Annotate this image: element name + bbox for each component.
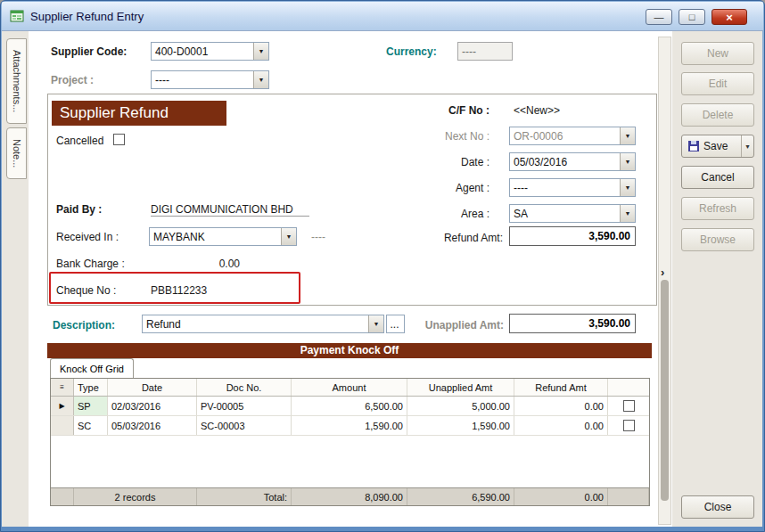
supplier-code-label: Supplier Code: (51, 45, 127, 58)
cell-type[interactable]: SC (74, 416, 108, 435)
description-value: Refund (143, 315, 368, 332)
area-combobox[interactable]: SA ▼ (509, 204, 636, 223)
close-button[interactable]: Close (681, 495, 754, 519)
payment-knock-off-header: Payment Knock Off (47, 343, 652, 358)
next-no-dropdown-icon[interactable]: ▼ (620, 127, 635, 144)
col-type[interactable]: Type (74, 379, 108, 396)
date-dropdown-icon[interactable]: ▼ (620, 153, 635, 170)
cell-date[interactable]: 02/03/2016 (108, 397, 197, 415)
save-button[interactable]: Save ▼ (681, 135, 754, 158)
cell-type[interactable]: SP (74, 397, 108, 415)
area-dropdown-icon[interactable]: ▼ (620, 205, 635, 222)
grid-row-2[interactable]: SC 05/03/2016 SC-00003 1,590.00 1,590.00… (51, 416, 649, 436)
bank-charge-value[interactable]: 0.00 (151, 258, 240, 270)
cf-no-label: C/F No : (405, 104, 489, 117)
unapplied-amt-field: 3,590.00 (509, 314, 636, 333)
date-label: Date : (405, 156, 489, 168)
refund-amt-field[interactable]: 3,590.00 (509, 226, 636, 246)
supplier-code-value: 400-D0001 (152, 43, 253, 60)
col-select (608, 379, 649, 396)
agent-value: ---- (510, 179, 620, 196)
ellipsis-icon: ... (387, 315, 404, 332)
agent-dropdown-icon[interactable]: ▼ (620, 179, 635, 196)
grid-row-1[interactable]: ▶ SP 02/03/2016 PV-00005 6,500.00 5,000.… (51, 397, 649, 416)
agent-label: Agent : (405, 182, 489, 194)
cell-unapplied[interactable]: 1,590.00 (407, 416, 514, 435)
row-2-checkbox[interactable] (623, 420, 635, 431)
cell-date[interactable]: 05/03/2016 (108, 416, 197, 435)
tab-knock-off-grid[interactable]: Knock Off Grid (50, 358, 134, 378)
cheque-no-value[interactable]: PBB112233 (151, 284, 207, 297)
browse-button[interactable]: Browse (681, 228, 754, 251)
row-1-checkbox[interactable] (623, 400, 635, 412)
project-value: ---- (152, 71, 253, 88)
delete-button[interactable]: Delete (681, 103, 754, 127)
knock-off-grid: ≡ Type Date Doc No. Amount Unapplied Amt… (50, 378, 650, 506)
supplier-code-dropdown-icon[interactable]: ▼ (253, 43, 268, 60)
supplier-code-combobox[interactable]: 400-D0001 ▼ (151, 42, 269, 61)
grid-header-row: ≡ Type Date Doc No. Amount Unapplied Amt… (51, 379, 649, 397)
project-dropdown-icon[interactable]: ▼ (253, 71, 268, 88)
project-combobox[interactable]: ---- ▼ (151, 70, 269, 89)
date-value: 05/03/2016 (510, 153, 620, 170)
cell-doc-no[interactable]: SC-00003 (197, 416, 292, 435)
record-count: 2 records (74, 488, 197, 505)
collapse-chevron-icon[interactable]: › (661, 266, 664, 279)
close-window-button[interactable]: × (712, 9, 747, 25)
new-button[interactable]: New (681, 42, 754, 65)
grid-menu-icon[interactable]: ≡ (51, 379, 74, 396)
scrollbar-thumb[interactable] (661, 280, 669, 501)
project-label: Project : (51, 74, 94, 86)
area-label: Area : (405, 208, 489, 220)
vertical-scrollbar[interactable]: › (658, 37, 671, 525)
col-amount[interactable]: Amount (292, 379, 407, 396)
supplier-refund-banner: Supplier Refund (52, 101, 226, 126)
total-amount: 8,090.00 (292, 488, 407, 505)
cheque-no-label: Cheque No : (56, 284, 116, 297)
next-no-label: Next No : (405, 130, 489, 143)
cancel-button[interactable]: Cancel (681, 166, 754, 189)
save-label: Save (703, 140, 728, 152)
cancelled-checkbox[interactable] (113, 134, 125, 145)
save-icon (688, 141, 699, 151)
date-combobox[interactable]: 05/03/2016 ▼ (509, 152, 636, 171)
save-dropdown-button[interactable]: ▼ (741, 135, 753, 157)
total-label: Total: (197, 488, 292, 505)
cell-refund[interactable]: 0.00 (514, 416, 608, 435)
minimize-button[interactable]: — (646, 9, 672, 25)
cell-amount[interactable]: 6,500.00 (292, 397, 407, 415)
tab-attachments[interactable]: Attachments... (6, 38, 27, 124)
cell-doc-no[interactable]: PV-00005 (197, 397, 292, 415)
col-date[interactable]: Date (108, 379, 197, 396)
edit-button[interactable]: Edit (681, 72, 754, 95)
received-in-note: ---- (311, 231, 325, 243)
total-refund: 0.00 (514, 488, 608, 505)
cf-no-value: <<New>> (514, 104, 560, 117)
col-refund-amt[interactable]: Refund Amt (514, 379, 608, 396)
paid-by-label: Paid By : (56, 203, 102, 216)
agent-combobox[interactable]: ---- ▼ (509, 178, 636, 197)
received-in-label: Received In : (56, 231, 119, 243)
received-in-combobox[interactable]: MAYBANK ▼ (149, 227, 297, 246)
app-icon (10, 9, 24, 23)
received-in-dropdown-icon[interactable]: ▼ (281, 228, 296, 245)
cell-refund[interactable]: 0.00 (514, 397, 608, 415)
col-unapplied-amt[interactable]: Unapplied Amt (407, 379, 514, 396)
cell-amount[interactable]: 1,590.00 (292, 416, 407, 435)
row-indicator-empty (51, 416, 74, 435)
maximize-button[interactable]: □ (679, 9, 705, 25)
refund-amt-label: Refund Amt: (405, 232, 503, 244)
grid-footer: 2 records Total: 8,090.00 6,590.00 0.00 (51, 487, 649, 505)
description-label: Description: (53, 319, 115, 331)
currency-field: ---- (457, 42, 513, 61)
description-combobox[interactable]: Refund ▼ (142, 315, 384, 333)
cell-unapplied[interactable]: 5,000.00 (407, 397, 514, 415)
description-more-button[interactable]: ... (386, 315, 405, 333)
bank-charge-label: Bank Charge : (56, 258, 125, 270)
description-dropdown-icon[interactable]: ▼ (368, 315, 383, 332)
col-doc-no[interactable]: Doc No. (197, 379, 292, 396)
tab-note[interactable]: Note... (6, 127, 27, 179)
next-no-combobox[interactable]: OR-00006 ▼ (509, 127, 636, 145)
cancelled-label: Cancelled (56, 135, 103, 147)
refresh-button[interactable]: Refresh (681, 197, 754, 220)
